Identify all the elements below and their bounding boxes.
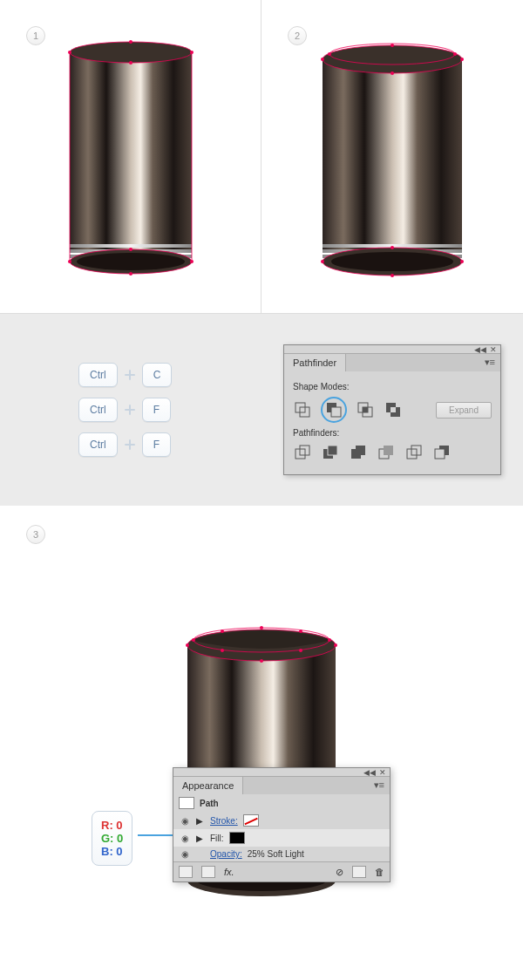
key-ctrl: Ctrl bbox=[78, 398, 118, 422]
svg-point-63 bbox=[186, 643, 189, 647]
new-art-icon[interactable] bbox=[179, 866, 193, 878]
svg-point-30 bbox=[391, 71, 394, 75]
unite-icon[interactable] bbox=[293, 400, 312, 419]
expand-tri-icon[interactable]: ▶ bbox=[196, 834, 205, 843]
expand-tri-icon[interactable]: ▶ bbox=[196, 816, 205, 826]
step-3-pane: 3 R: 0 G: 0 B: 0 ◀◀ ✕ Appearance ▾≡ bbox=[0, 506, 523, 980]
svg-rect-43 bbox=[363, 407, 368, 412]
collapse-icon[interactable]: ◀◀ bbox=[363, 768, 376, 777]
plus-icon bbox=[123, 438, 137, 452]
svg-rect-0 bbox=[70, 52, 192, 253]
svg-rect-17 bbox=[323, 59, 462, 253]
plus-icon bbox=[123, 403, 137, 417]
svg-point-14 bbox=[129, 272, 132, 276]
appearance-target-row: Path bbox=[173, 794, 390, 812]
appearance-panel: ◀◀ ✕ Appearance ▾≡ Path ◉ ▶ Stroke: ◉ ▶ … bbox=[173, 767, 391, 882]
appearance-path-label: Path bbox=[200, 799, 219, 808]
key-c: C bbox=[142, 363, 173, 387]
target-swatch bbox=[179, 797, 194, 809]
stroke-list-icon[interactable] bbox=[201, 866, 215, 878]
svg-point-11 bbox=[129, 40, 132, 44]
svg-point-34 bbox=[460, 260, 464, 263]
duplicate-icon[interactable] bbox=[352, 866, 366, 878]
svg-rect-58 bbox=[435, 449, 445, 459]
fill-row[interactable]: ◉ ▶ Fill: bbox=[173, 829, 390, 847]
panel-menu-icon[interactable]: ▾≡ bbox=[485, 357, 495, 369]
step-2-pane: 2 bbox=[262, 0, 523, 314]
svg-rect-50 bbox=[328, 446, 337, 455]
trim-icon[interactable] bbox=[321, 443, 340, 462]
opacity-label[interactable]: Opacity: bbox=[210, 849, 242, 859]
svg-point-71 bbox=[221, 649, 224, 652]
rgb-b: B: 0 bbox=[101, 845, 123, 858]
stroke-swatch-none[interactable] bbox=[243, 814, 259, 827]
svg-point-15 bbox=[68, 260, 71, 263]
fill-swatch-black[interactable] bbox=[229, 832, 245, 844]
svg-point-7 bbox=[77, 253, 185, 270]
svg-point-67 bbox=[260, 626, 263, 630]
divide-icon[interactable] bbox=[293, 443, 312, 462]
shortcuts-area: Ctrl C Ctrl F Ctrl F bbox=[0, 314, 262, 506]
collapse-icon[interactable]: ◀◀ bbox=[474, 345, 486, 354]
shortcut-pastefront-2: Ctrl F bbox=[78, 432, 171, 457]
svg-point-29 bbox=[391, 44, 394, 47]
panel-controls: ◀◀ ✕ bbox=[173, 768, 390, 777]
svg-point-33 bbox=[321, 260, 324, 263]
expand-button[interactable]: Expand bbox=[436, 402, 492, 419]
svg-point-27 bbox=[321, 58, 324, 61]
key-ctrl: Ctrl bbox=[78, 363, 118, 387]
visibility-icon[interactable]: ◉ bbox=[179, 816, 191, 826]
pathfinder-tab[interactable]: Pathfinder bbox=[284, 354, 346, 371]
minus-front-icon[interactable] bbox=[324, 400, 343, 419]
key-f: F bbox=[142, 398, 171, 422]
cylinder-illustration-2 bbox=[309, 35, 475, 296]
close-icon[interactable]: ✕ bbox=[490, 345, 497, 354]
rgb-r: R: 0 bbox=[101, 819, 123, 832]
svg-point-65 bbox=[192, 638, 195, 642]
fx-button[interactable]: fx. bbox=[224, 867, 234, 877]
rgb-callout: R: 0 G: 0 B: 0 bbox=[92, 811, 132, 866]
close-icon[interactable]: ✕ bbox=[379, 768, 386, 777]
rgb-g: G: 0 bbox=[101, 832, 123, 845]
merge-icon[interactable] bbox=[349, 443, 368, 462]
svg-point-12 bbox=[129, 61, 132, 65]
step-1-pane: 1 bbox=[0, 0, 262, 314]
key-ctrl: Ctrl bbox=[78, 432, 118, 457]
stroke-label[interactable]: Stroke: bbox=[210, 816, 238, 826]
stroke-row[interactable]: ◉ ▶ Stroke: bbox=[173, 812, 390, 829]
svg-point-31 bbox=[328, 52, 331, 56]
appearance-footer: fx. ⊘ 🗑 bbox=[173, 861, 390, 881]
minus-front-highlight bbox=[321, 397, 347, 423]
svg-rect-46 bbox=[391, 407, 396, 412]
step-badge-3: 3 bbox=[26, 525, 45, 544]
shape-modes-label: Shape Modes: bbox=[293, 382, 492, 391]
panel-menu-icon[interactable]: ▾≡ bbox=[374, 779, 384, 792]
plus-icon bbox=[123, 368, 137, 382]
panel-controls: ◀◀ ✕ bbox=[284, 345, 500, 354]
visibility-icon[interactable]: ◉ bbox=[179, 834, 191, 843]
visibility-icon[interactable]: ◉ bbox=[179, 849, 191, 859]
pathfinder-panel: ◀◀ ✕ Pathfinder ▾≡ Shape Modes: Expand bbox=[283, 344, 501, 475]
svg-point-69 bbox=[221, 630, 224, 633]
svg-point-64 bbox=[334, 643, 337, 647]
svg-rect-3 bbox=[70, 244, 192, 248]
crop-icon[interactable] bbox=[377, 443, 396, 462]
svg-point-16 bbox=[190, 260, 194, 263]
opacity-row[interactable]: ◉ Opacity: 25% Soft Light bbox=[173, 847, 390, 861]
appearance-tab[interactable]: Appearance bbox=[173, 777, 243, 794]
svg-point-9 bbox=[68, 51, 71, 54]
svg-point-32 bbox=[453, 52, 457, 56]
outline-icon[interactable] bbox=[404, 443, 424, 462]
step-badge-2: 2 bbox=[288, 26, 307, 45]
svg-rect-40 bbox=[331, 407, 341, 417]
clear-icon[interactable]: ⊘ bbox=[336, 867, 343, 878]
svg-point-68 bbox=[260, 659, 263, 663]
exclude-icon[interactable] bbox=[384, 400, 403, 419]
intersect-icon[interactable] bbox=[356, 400, 375, 419]
svg-point-70 bbox=[299, 630, 302, 633]
step-badge-1: 1 bbox=[26, 26, 45, 45]
trash-icon[interactable]: 🗑 bbox=[375, 867, 384, 877]
key-f: F bbox=[142, 432, 171, 457]
shortcut-copy: Ctrl C bbox=[78, 363, 172, 387]
minus-back-icon[interactable] bbox=[432, 443, 452, 462]
